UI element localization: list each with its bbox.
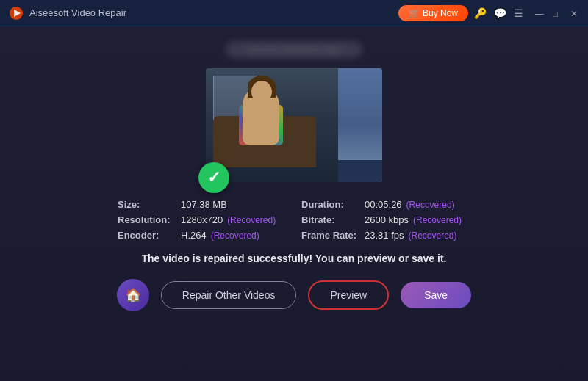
video-overlay-taskbar bbox=[338, 160, 382, 182]
framerate-label: Frame Rate: bbox=[301, 230, 360, 241]
size-label: Size: bbox=[118, 199, 176, 210]
duration-value: 00:05:26 bbox=[365, 199, 402, 210]
maximize-button[interactable]: □ bbox=[553, 9, 562, 18]
title-bar: Aiseesoft Video Repair 🛒 Buy Now 🔑 💬 ☰ —… bbox=[0, 0, 588, 26]
video-head bbox=[251, 81, 272, 103]
success-badge: ✓ bbox=[198, 162, 229, 193]
home-icon: 🏠 bbox=[125, 287, 141, 303]
info-row-duration: Duration: 00:05:26 (Recovered) bbox=[301, 199, 470, 210]
encoder-label: Encoder: bbox=[118, 230, 176, 241]
action-buttons: 🏠 Repair Other Videos Preview Save bbox=[117, 279, 471, 311]
preview-button[interactable]: Preview bbox=[308, 280, 389, 310]
title-bar-left: Aiseesoft Video Repair bbox=[9, 6, 126, 21]
main-content: blurred_filename.mp4 ✓ Size: 107.38 MB bbox=[0, 26, 588, 381]
title-bar-right: 🛒 Buy Now 🔑 💬 ☰ — □ ✕ bbox=[398, 5, 579, 21]
resolution-value: 1280x720 bbox=[181, 214, 223, 225]
buy-now-button[interactable]: 🛒 Buy Now bbox=[398, 5, 468, 21]
encoder-value: H.264 bbox=[181, 230, 207, 241]
video-scene bbox=[206, 68, 382, 182]
bitrate-label: Bitrate: bbox=[301, 214, 360, 225]
home-button[interactable]: 🏠 bbox=[117, 279, 149, 311]
app-logo-icon bbox=[9, 6, 24, 21]
window-controls: — □ ✕ bbox=[535, 9, 579, 18]
checkmark-icon: ✓ bbox=[207, 168, 220, 187]
resolution-label: Resolution: bbox=[118, 214, 176, 225]
framerate-value: 23.81 fps bbox=[365, 230, 404, 241]
chat-icon[interactable]: 💬 bbox=[494, 7, 506, 19]
app-title: Aiseesoft Video Repair bbox=[29, 7, 126, 18]
bitrate-recovered: (Recovered) bbox=[413, 215, 462, 225]
video-thumbnail-container: ✓ bbox=[206, 68, 382, 186]
filename-display: blurred_filename.mp4 bbox=[226, 41, 362, 58]
cart-icon: 🛒 bbox=[409, 8, 420, 18]
bitrate-value: 2600 kbps bbox=[365, 214, 409, 225]
video-thumbnail bbox=[206, 68, 382, 182]
video-info-grid: Size: 107.38 MB Duration: 00:05:26 (Reco… bbox=[118, 199, 470, 241]
title-icons: 🔑 💬 ☰ bbox=[474, 7, 523, 19]
success-message: The video is repaired successfully! You … bbox=[142, 253, 447, 264]
framerate-recovered: (Recovered) bbox=[409, 231, 457, 241]
repair-other-videos-button[interactable]: Repair Other Videos bbox=[161, 281, 297, 309]
info-row-resolution: Resolution: 1280x720 (Recovered) bbox=[118, 214, 287, 225]
menu-icon[interactable]: ☰ bbox=[514, 7, 523, 19]
filename-text: blurred_filename.mp4 bbox=[248, 44, 340, 55]
size-value: 107.38 MB bbox=[181, 199, 227, 210]
info-row-encoder: Encoder: H.264 (Recovered) bbox=[118, 230, 287, 241]
info-row-bitrate: Bitrate: 2600 kbps (Recovered) bbox=[301, 214, 470, 225]
resolution-recovered: (Recovered) bbox=[227, 215, 276, 225]
encoder-recovered: (Recovered) bbox=[211, 231, 259, 241]
save-button[interactable]: Save bbox=[401, 282, 471, 308]
duration-recovered: (Recovered) bbox=[406, 200, 455, 210]
info-row-framerate: Frame Rate: 23.81 fps (Recovered) bbox=[301, 230, 470, 241]
info-row-size: Size: 107.38 MB bbox=[118, 199, 287, 210]
close-button[interactable]: ✕ bbox=[570, 9, 579, 18]
key-icon[interactable]: 🔑 bbox=[474, 7, 487, 19]
minimize-button[interactable]: — bbox=[535, 9, 544, 18]
duration-label: Duration: bbox=[301, 199, 360, 210]
